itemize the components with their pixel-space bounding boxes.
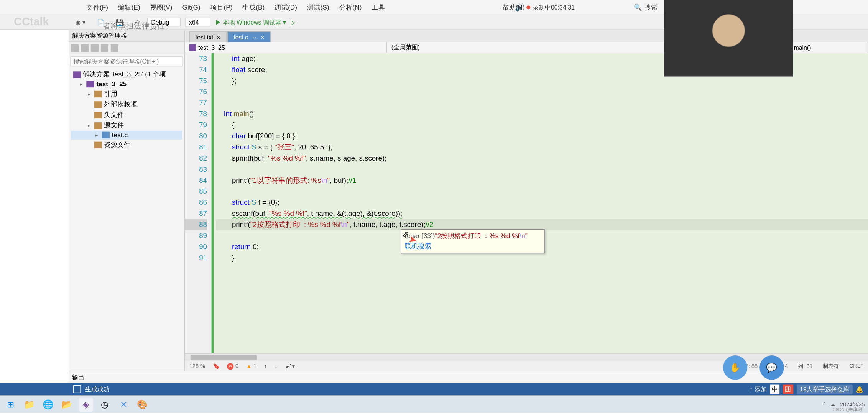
ime-indicator[interactable]: 中 (770, 384, 779, 394)
output-panel-header[interactable]: 输出 (69, 371, 868, 383)
zoom-level[interactable]: 128 % (189, 363, 205, 369)
search-box-top[interactable]: 🔍 搜索 (634, 2, 658, 12)
notif-badge[interactable]: 囲 (783, 384, 793, 394)
search-icon: 🔍 (634, 3, 642, 11)
online-search-link[interactable]: 联机搜索 (405, 242, 541, 251)
code-editor[interactable]: 73747576777879808182838485868788899091 i… (185, 53, 868, 353)
close-icon[interactable]: × (217, 34, 220, 40)
home-icon[interactable] (71, 44, 79, 52)
menu-file[interactable]: 文件(F) (86, 2, 108, 12)
code-content[interactable]: int age; float score; }; int main() { ch… (214, 53, 868, 353)
tray-up-icon[interactable]: ˄ (823, 401, 826, 407)
line-gutter: 73747576777879808182838485868788899091 (185, 53, 214, 353)
breadcrumb-function[interactable]: ◉main() (782, 42, 868, 53)
taskbar-paint[interactable]: 🎨 (135, 397, 150, 412)
windows-taskbar: ⊞ 📁 🌐 📂 ◈ ◷ ✕ 🎨 ˄ ☁ 2024/3/25 (0, 395, 868, 413)
notification-text[interactable]: 19人举手选择仓库 (797, 384, 853, 394)
nav-up-icon[interactable]: ↑ (264, 363, 267, 369)
tab-test-txt[interactable]: test.txt× (189, 31, 227, 42)
tree-headers[interactable]: 头文件 (71, 110, 182, 120)
solution-search-input[interactable] (70, 56, 182, 66)
status-bar: 生成成功 ↑ 添加 中 囲 19人举手选择仓库 🔔 (0, 383, 868, 395)
tree-references[interactable]: ▸引用 (71, 89, 182, 99)
editor-area: test.txt× test.c↔× test_3_25 (全局范围) ◉mai… (185, 30, 868, 371)
tree-solution-root[interactable]: 解决方案 'test_3_25' (1 个项 (71, 69, 182, 80)
tree-file-test-c[interactable]: ▸test.c (71, 131, 182, 140)
warning-icon[interactable]: ▲ (246, 363, 252, 369)
platform-dropdown[interactable]: x64 (185, 18, 210, 26)
add-source-control[interactable]: ↑ 添加 (750, 385, 766, 393)
taskbar-explorer[interactable]: 📁 (22, 397, 37, 412)
cursor-icon: ⬀ (402, 229, 409, 240)
back-button[interactable]: ◉ ▾ (72, 17, 89, 27)
menu-analyze[interactable]: 分析(N) (339, 2, 362, 12)
collapse-icon[interactable] (91, 44, 99, 52)
taskbar-edge[interactable]: 🌐 (41, 397, 56, 412)
build-status-icon (73, 385, 81, 393)
tab-test-c[interactable]: test.c↔× (227, 31, 270, 42)
float-chat-button[interactable]: 💬 (760, 355, 784, 380)
start-button[interactable]: ⊞ (3, 397, 18, 412)
menu-edit[interactable]: 编辑(E) (118, 2, 140, 12)
start-debug-button[interactable]: ▶ 本地 Windows 调试器 ▾ (215, 18, 286, 26)
nav-down-icon[interactable]: ↓ (275, 363, 277, 369)
status-tabs[interactable]: 制表符 (823, 362, 839, 370)
watermark-logo: CCtalk (14, 15, 49, 28)
brush-icon[interactable]: 🖌 ▾ (285, 363, 295, 369)
taskbar-app1[interactable]: ◷ (97, 397, 112, 412)
menu-test[interactable]: 测试(S) (307, 2, 329, 12)
status-crlf[interactable]: CRLF (849, 362, 864, 370)
menu-tools[interactable]: 工具 (372, 2, 385, 12)
tree-resources[interactable]: 资源文件 (71, 140, 182, 150)
props-icon[interactable] (111, 44, 118, 52)
build-status-text: 生成成功 (85, 385, 110, 393)
menu-git[interactable]: Git(G) (182, 3, 201, 11)
menu-project[interactable]: 项目(P) (210, 2, 233, 12)
sync-icon[interactable] (101, 44, 108, 52)
taskbar-vs[interactable]: ◈ (79, 397, 93, 412)
tree-project[interactable]: ▸test_3_25 (71, 80, 182, 89)
close-icon[interactable]: × (261, 34, 264, 40)
solution-toolbar (69, 42, 184, 54)
taskbar-app2[interactable]: ✕ (116, 397, 131, 412)
webcam-overlay (664, 0, 793, 76)
error-icon[interactable]: ✕ (227, 363, 234, 370)
status-col: 列: 31 (798, 362, 813, 370)
start-nodebug-button[interactable]: ▷ (291, 18, 295, 26)
menu-help[interactable]: 帮助(H) (502, 2, 525, 12)
breadcrumb-project[interactable]: test_3_25 (185, 42, 387, 53)
watermark-text: 者将承担法律责任。 (103, 21, 173, 31)
tree-external-deps[interactable]: 外部依赖项 (71, 99, 182, 109)
record-dot-icon (526, 5, 530, 9)
solution-explorer-panel: 解决方案资源管理器 解决方案 'test_3_25' (1 个项 ▸test_3… (69, 30, 185, 371)
bookmark-icon[interactable]: 🔖 (213, 363, 219, 369)
menu-build[interactable]: 生成(B) (242, 2, 265, 12)
csdn-watermark: CSDN @杨和段 (833, 407, 863, 412)
refresh-icon[interactable] (81, 44, 89, 52)
solution-tree: 解决方案 'test_3_25' (1 个项 ▸test_3_25 ▸引用 外部… (69, 68, 184, 151)
taskbar-files[interactable]: 📂 (60, 397, 74, 412)
menu-debug[interactable]: 调试(D) (275, 2, 297, 12)
float-hand-button[interactable]: ✋ (723, 355, 748, 380)
hover-tooltip: (char [33])"2按照格式打印 ：%s %d %f\n" 联机搜索 (401, 229, 544, 254)
bell-icon[interactable]: 🔔 (856, 386, 863, 393)
menu-view[interactable]: 视图(V) (150, 2, 173, 12)
tree-sources[interactable]: ▸源文件 (71, 120, 182, 130)
solution-panel-title: 解决方案资源管理器 (69, 30, 184, 42)
